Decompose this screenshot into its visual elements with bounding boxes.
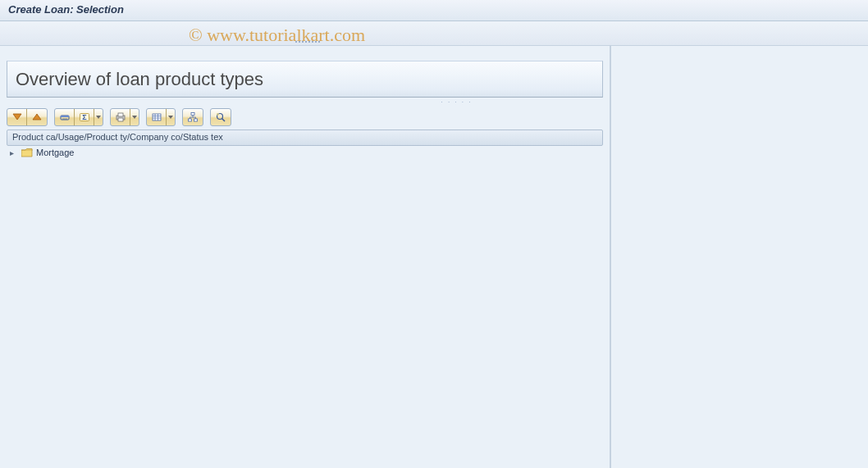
find-button[interactable] [55,109,75,125]
window-titlebar: Create Loan: Selection [0,0,868,21]
tree-column-header[interactable]: Product ca/Usage/Product ty/Company co/S… [7,129,603,146]
expand-all-button[interactable] [7,109,27,125]
svg-text:Σ: Σ [82,113,87,121]
sum-dropdown[interactable] [94,109,103,125]
side-panel [611,46,868,468]
panel-heading-box: Overview of loan product types [7,61,603,98]
divider: · · · · · [304,98,610,106]
svg-line-21 [222,119,226,122]
layout-dropdown[interactable] [167,109,175,125]
svg-rect-8 [153,114,161,120]
hierarchy-button[interactable] [183,109,203,125]
svg-rect-15 [194,119,198,121]
tree-expander-icon[interactable]: ▸ [10,148,18,157]
svg-rect-7 [118,118,123,121]
svg-rect-6 [118,113,123,116]
sum-button[interactable]: Σ [75,109,94,125]
folder-icon [21,148,33,157]
detail-button[interactable] [211,109,231,125]
collapse-all-button[interactable] [27,109,47,125]
tree-item-label: Mortgage [36,148,74,157]
main-panel: Overview of loan product types · · · · · [0,46,611,468]
svg-rect-14 [189,119,192,121]
tree-item-mortgage[interactable]: ▸ Mortgage [7,146,603,159]
svg-rect-22 [217,113,219,116]
print-button[interactable] [111,109,130,125]
tree-area: ▸ Mortgage [7,146,603,461]
application-toolbar-spacer [0,21,868,46]
svg-rect-13 [191,113,194,116]
panel-heading: Overview of loan product types [16,69,263,90]
svg-rect-1 [61,116,69,117]
window-title: Create Loan: Selection [8,3,124,16]
layout-button[interactable] [147,109,167,125]
alv-toolbar: Σ [0,107,610,128]
print-dropdown[interactable] [130,109,139,125]
